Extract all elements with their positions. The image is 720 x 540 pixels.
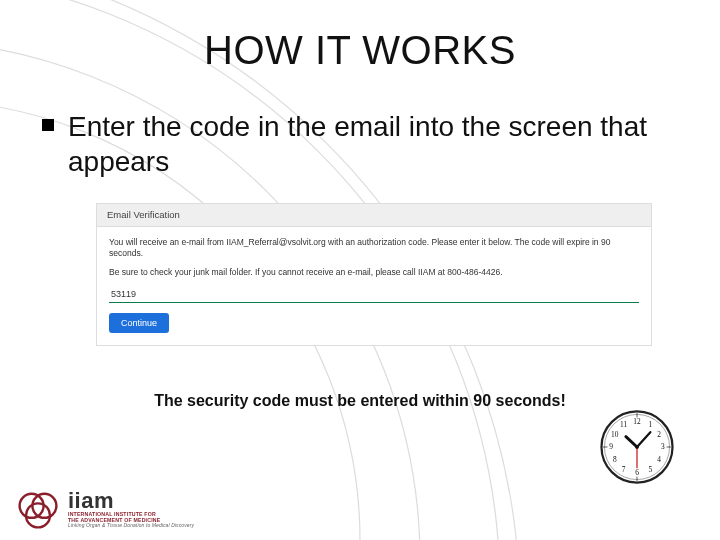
embedded-screenshot: Email Verification You will receive an e… bbox=[96, 203, 652, 346]
embed-instruction-2: Be sure to check your junk mail folder. … bbox=[109, 267, 639, 278]
bullet-text: Enter the code in the email into the scr… bbox=[68, 109, 680, 179]
slide-title: HOW IT WORKS bbox=[40, 28, 680, 73]
embed-header: Email Verification bbox=[97, 204, 651, 227]
continue-button[interactable]: Continue bbox=[109, 313, 169, 333]
embed-instruction-1: You will receive an e-mail from IIAM_Ref… bbox=[109, 237, 639, 259]
bullet-marker-icon bbox=[42, 119, 54, 131]
bullet-item: Enter the code in the email into the scr… bbox=[40, 109, 680, 179]
warning-caption: The security code must be entered within… bbox=[40, 392, 680, 410]
verification-code-input[interactable] bbox=[109, 286, 639, 303]
